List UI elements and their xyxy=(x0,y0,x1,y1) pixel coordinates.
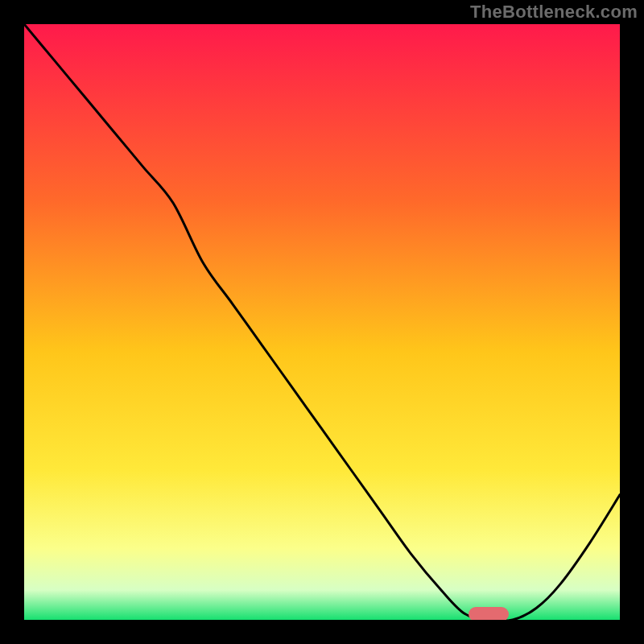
optimum-marker xyxy=(469,607,509,620)
plot-svg xyxy=(24,24,620,620)
plot-area xyxy=(24,24,620,620)
chart-frame: TheBottleneck.com xyxy=(0,0,644,644)
watermark-text: TheBottleneck.com xyxy=(470,2,638,23)
gradient-background xyxy=(24,24,620,620)
